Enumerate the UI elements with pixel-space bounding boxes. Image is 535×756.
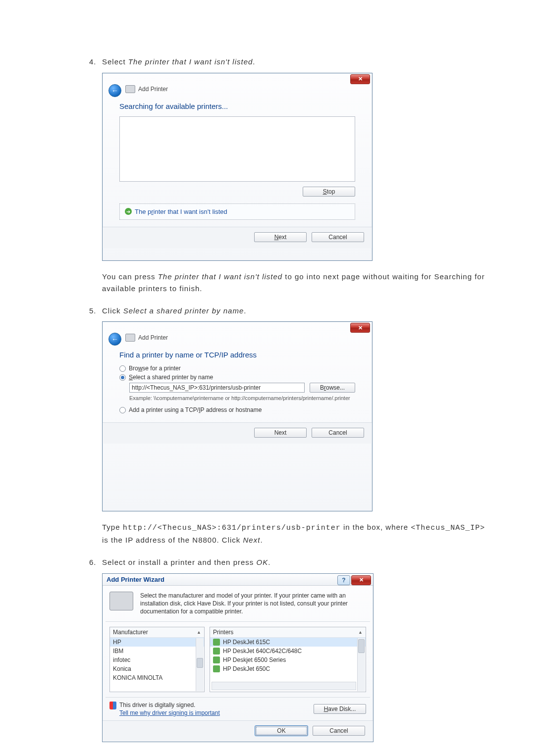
step4-text: Select The printer that I want isn't lis…: [102, 56, 485, 68]
list-item[interactable]: infotec: [110, 655, 204, 664]
list-item[interactable]: IBM: [110, 647, 204, 655]
back-icon[interactable]: ←: [108, 84, 121, 97]
printer-large-icon: [109, 592, 133, 610]
step4-post: .: [253, 57, 255, 66]
step6-text: Select or install a printer and then pre…: [102, 557, 485, 568]
step4-number: 4.: [89, 57, 102, 66]
h-scrollbar[interactable]: [212, 682, 356, 690]
find-heading: Find a printer by name or TCP/IP address: [119, 351, 355, 359]
cert-icon: [213, 639, 220, 646]
list-item[interactable]: HP DeskJet 615C: [210, 638, 366, 647]
close-icon[interactable]: ✕: [351, 575, 371, 585]
next-button[interactable]: Next: [254, 428, 307, 438]
printer-icon: [125, 334, 135, 342]
printer-not-listed-link[interactable]: ➔ The printer that I want isn't listed T…: [119, 203, 355, 220]
radio-icon: [119, 365, 126, 372]
add-printer-wizard-dialog: Add Printer Wizard ? ✕ Select the manufa…: [102, 573, 373, 743]
step5-number: 5.: [89, 306, 102, 315]
browse-button[interactable]: Browse...Browse...: [310, 383, 355, 393]
step4-pre: Select: [102, 57, 128, 66]
searching-heading: Searching for available printers...: [119, 102, 355, 110]
step4-italic: The printer that I want isn't listed: [128, 57, 253, 66]
signed-info: This driver is digitally signed. Tell me…: [109, 702, 220, 716]
radio-tcpip[interactable]: Add a printer using a TCP/IP address or …: [119, 406, 355, 413]
cert-icon: [213, 648, 220, 655]
add-printer-dialog-find: ✕ ← Add Printer Find a printer by name o…: [102, 321, 373, 511]
wizard-description: Select the manufacturer and model of you…: [140, 592, 366, 616]
radio-icon-selected: [119, 374, 126, 381]
back-icon[interactable]: ←: [108, 333, 121, 346]
ok-button[interactable]: OK: [255, 726, 308, 736]
why-signing-link[interactable]: Tell me why driver signing is important: [119, 709, 220, 716]
list-item[interactable]: HP Deskjet 6500 Series: [210, 655, 366, 664]
step6-number: 6.: [89, 558, 102, 566]
cancel-button[interactable]: Cancel: [313, 726, 365, 736]
close-icon[interactable]: ✕: [350, 323, 370, 333]
printers-header: Printers: [213, 629, 233, 636]
printer-url-input[interactable]: http://<Thecus_NAS_IP>:631/printers/usb-…: [129, 383, 305, 393]
sort-icon: ▲: [197, 630, 201, 635]
cancel-button[interactable]: Cancel: [312, 232, 364, 242]
close-icon[interactable]: ✕: [350, 74, 370, 84]
dialog-title: Add Printer: [125, 85, 168, 93]
radio-icon: [119, 407, 126, 413]
list-item[interactable]: HP: [110, 638, 204, 647]
scrollbar[interactable]: [196, 638, 204, 691]
shield-icon: [109, 702, 116, 709]
add-printer-dialog-searching: ✕ ← Add Printer Searching for available …: [102, 73, 373, 261]
list-item[interactable]: Konica: [110, 664, 204, 673]
arrow-right-icon: ➔: [125, 208, 132, 215]
list-item[interactable]: HP DeskJet 640C/642C/648C: [210, 647, 366, 655]
cert-icon: [213, 656, 220, 663]
cancel-button[interactable]: Cancel: [312, 428, 364, 438]
radio-shared-by-name[interactable]: Select a shared printer by name Select a…: [119, 374, 355, 381]
manufacturer-header: Manufacturer: [113, 629, 148, 636]
cert-icon: [213, 665, 220, 672]
list-item[interactable]: HP DeskJet 650C: [210, 664, 366, 673]
radio-browse[interactable]: Browse for a printer Browse for a printe…: [119, 365, 355, 372]
next-button[interactable]: NextNext: [254, 232, 307, 242]
printer-results-list[interactable]: [119, 116, 355, 182]
stop-button[interactable]: SStoptop: [303, 187, 355, 197]
wizard-title: Add Printer Wizard: [107, 576, 164, 583]
example-hint: Example: \\computername\printername or h…: [129, 395, 355, 402]
step4-note: You can press The printer that I want is…: [102, 271, 485, 295]
dialog-title-text: Add Printer: [138, 86, 168, 93]
wizard-titlebar: Add Printer Wizard ? ✕: [103, 574, 373, 586]
printers-listbox[interactable]: Printers▲ HP DeskJet 615C HP DeskJet 640…: [210, 627, 366, 692]
step5-text: Click Select a shared printer by name.: [102, 305, 485, 317]
sort-icon: ▲: [358, 630, 363, 635]
step5-note: Type http://<Thecus_NAS>:631/printers/us…: [102, 521, 485, 546]
scrollbar[interactable]: [357, 638, 365, 691]
dialog-title: Add Printer: [125, 334, 168, 342]
list-item[interactable]: KONICA MINOLTA: [110, 673, 204, 682]
printer-icon: [125, 85, 135, 93]
manufacturer-listbox[interactable]: Manufacturer▲ HP IBM infotec Konica KONI…: [109, 627, 205, 692]
help-icon[interactable]: ?: [337, 575, 350, 585]
have-disk-button[interactable]: Have Disk...Have Disk...: [314, 704, 366, 714]
